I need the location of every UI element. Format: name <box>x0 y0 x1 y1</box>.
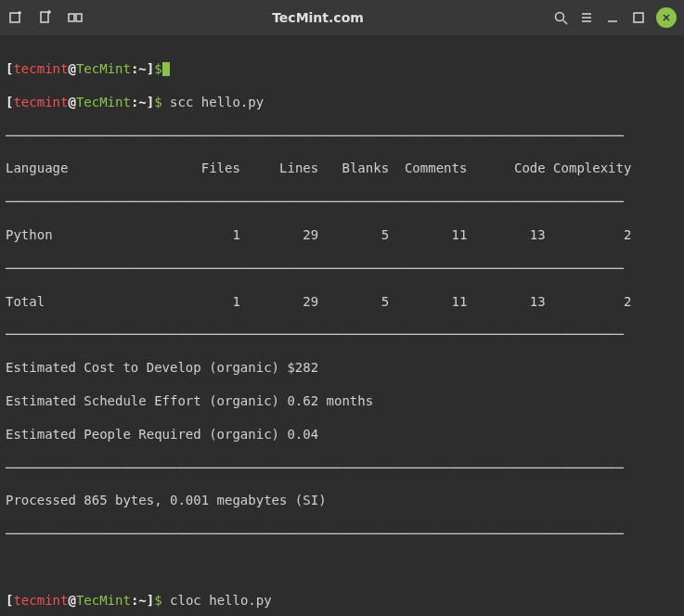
command-text: cloc hello.py <box>162 593 272 608</box>
split-icon[interactable] <box>67 9 84 26</box>
divider: ────────────────────────────────────────… <box>6 526 678 543</box>
divider: ────────────────────────────────────────… <box>6 194 678 211</box>
svg-rect-3 <box>41 12 48 22</box>
minimize-icon[interactable] <box>604 9 621 26</box>
titlebar: TecMint.com <box>0 0 684 35</box>
svg-rect-6 <box>69 14 74 21</box>
search-icon[interactable] <box>552 9 569 26</box>
divider: ────────────────────────────────────────… <box>6 128 678 145</box>
divider: ────────────────────────────────────────… <box>6 261 678 277</box>
prompt-line: [tecmint@TecMint:~]$ <box>6 61 678 78</box>
new-tab-icon[interactable] <box>7 9 24 26</box>
new-window-icon[interactable] <box>37 9 54 26</box>
window-title: TecMint.com <box>84 10 552 25</box>
table-row: Total 1 29 5 11 13 2 <box>6 294 678 311</box>
cursor-icon <box>162 62 170 76</box>
terminal-output[interactable]: [tecmint@TecMint:~]$ [tecmint@TecMint:~]… <box>0 35 684 616</box>
prompt-line: [tecmint@TecMint:~]$ cloc hello.py <box>6 593 678 610</box>
estimate-line: Estimated People Required (organic) 0.04 <box>6 427 678 443</box>
svg-point-8 <box>556 13 564 21</box>
prompt-line: [tecmint@TecMint:~]$ scc hello.py <box>6 95 678 111</box>
table-header: Language Files Lines Blanks Comments Cod… <box>6 160 678 177</box>
table-row: Python 1 29 5 11 13 2 <box>6 227 678 244</box>
svg-rect-7 <box>76 14 82 21</box>
processed-line: Processed 865 bytes, 0.001 megabytes (SI… <box>6 493 678 509</box>
menu-icon[interactable] <box>578 9 595 26</box>
estimate-line: Estimated Cost to Develop (organic) $282 <box>6 360 678 377</box>
divider: ────────────────────────────────────────… <box>6 460 678 477</box>
svg-rect-0 <box>10 13 19 22</box>
blank-line <box>6 559 678 576</box>
svg-line-9 <box>563 20 567 24</box>
divider: ────────────────────────────────────────… <box>6 327 678 343</box>
maximize-icon[interactable] <box>630 9 647 26</box>
estimate-line: Estimated Schedule Effort (organic) 0.62… <box>6 393 678 410</box>
close-icon[interactable] <box>656 7 677 28</box>
svg-rect-14 <box>634 13 643 22</box>
command-text: scc hello.py <box>162 95 265 109</box>
